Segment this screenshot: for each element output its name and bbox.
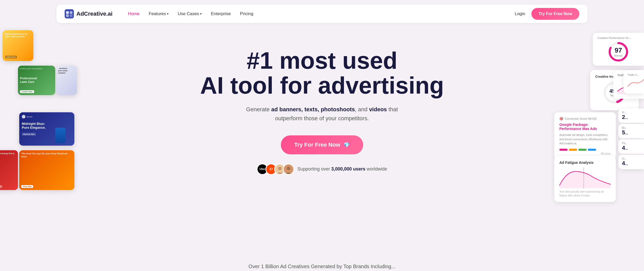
svg-rect-3 [66, 14, 69, 17]
main-content: Explore Montessori for your child's grow… [0, 28, 644, 258]
ad-card-pet-toys: The most fun toys for your furry friend … [19, 150, 74, 190]
fatigue-desc: Your ads typically start experiencing ad… [559, 190, 611, 197]
svg-rect-4 [70, 14, 72, 17]
hero-section: #1 most used AI tool for advertising Gen… [82, 28, 562, 190]
creative-score-value: 97 [614, 46, 622, 54]
widget-conversion: 🎯 Conversion Score 96/100 Google Package… [554, 112, 616, 160]
widget-ad-fatigue: Ad Fatigue Analysis Your ads typically s… [554, 156, 616, 202]
svg-rect-2 [70, 11, 72, 14]
widget-stat-vi: Vi... 2... [618, 108, 644, 123]
nav-home[interactable]: Home [128, 11, 140, 16]
widget-traffic-partial: Traffic C... [623, 70, 644, 94]
ad-card-midnight-blue: Wander Midnight Blue:Pure Elegance. Disc… [19, 112, 74, 146]
fatigue-title: Ad Fatigue Analysis [559, 160, 611, 165]
widget-creative-score: Creative Performance Sc... 97 Normal [593, 33, 644, 66]
logo[interactable]: AdCreative.ai [65, 9, 113, 18]
svg-point-8 [287, 167, 290, 170]
ad-card-lawn-care: Enhance your home garden! ProfessionalLa… [18, 66, 55, 95]
svg-point-6 [278, 167, 282, 170]
conv-score-text: Conversion Score 96/100 [565, 117, 597, 120]
conv-color-dots [559, 149, 611, 151]
nav-right: Login Try For Free Now [515, 8, 579, 20]
nav-features[interactable]: Features ▾ [149, 11, 169, 16]
left-ad-cards: Explore Montessori for your child's grow… [0, 28, 80, 258]
conv-desc: Automate ad design, track competitors, a… [559, 133, 611, 146]
hero-users: Uber 27 Supporting over 3,000,000 users … [87, 164, 557, 175]
bottom-text: Over 1 Billion Ad Creatives Generated by… [0, 258, 644, 271]
nav-links: Home Features ▾ Use Cases ▾ Enterprise P… [128, 11, 515, 16]
navbar: AdCreative.ai Home Features ▾ Use Cases … [56, 5, 588, 23]
widget-stat-ur: Ur... 4... [618, 155, 644, 169]
fatigue-chart [559, 168, 611, 188]
gem-icon: 💎 [343, 142, 350, 148]
logo-text: AdCreative.ai [76, 11, 113, 17]
users-text: Supporting over 3,000,000 users worldwid… [297, 166, 387, 172]
hero-subtitle: Generate ad banners, texts, photoshoots,… [87, 105, 557, 123]
ad-card-food: Your Cravings Every Bite! Taste It [0, 150, 18, 190]
use-cases-chevron-icon: ▾ [200, 12, 202, 16]
svg-rect-0 [65, 9, 74, 18]
logo-icon [65, 9, 74, 18]
creative-score-circle: 97 Normal [608, 42, 629, 62]
ad-card-montessori: Explore Montessori for your child's grow… [3, 30, 33, 61]
nav-pricing[interactable]: Pricing [240, 11, 253, 16]
nav-enterprise[interactable]: Enterprise [211, 11, 231, 16]
ad-card-business: ...businessyour cloud-solution! [56, 66, 77, 95]
conv-chars: 98 chars [559, 152, 611, 155]
user-avatars: Uber 27 [257, 164, 294, 175]
widget-stat-pa: Pa... 4... [618, 139, 644, 154]
creative-score-label: Normal [614, 54, 622, 57]
features-chevron-icon: ▾ [167, 12, 169, 16]
conv-score-row: 🎯 Conversion Score 96/100 [559, 117, 611, 121]
avatar-face2 [283, 164, 294, 175]
conv-title: Google Package: Performance Max Ads [559, 123, 611, 131]
login-link[interactable]: Login [515, 11, 526, 16]
nav-use-cases[interactable]: Use Cases ▾ [178, 11, 202, 16]
hero-headline: #1 most used AI tool for advertising [87, 48, 557, 98]
nav-cta-button[interactable]: Try For Free Now [531, 8, 579, 20]
hero-cta-button[interactable]: Try For Free Now 💎 [281, 135, 363, 154]
creative-score-title: Creative Performance Sc... [597, 36, 639, 39]
svg-rect-1 [66, 11, 69, 14]
conv-icon: 🎯 [559, 117, 563, 121]
widget-stat-bo: Bo... 5... [618, 124, 644, 138]
